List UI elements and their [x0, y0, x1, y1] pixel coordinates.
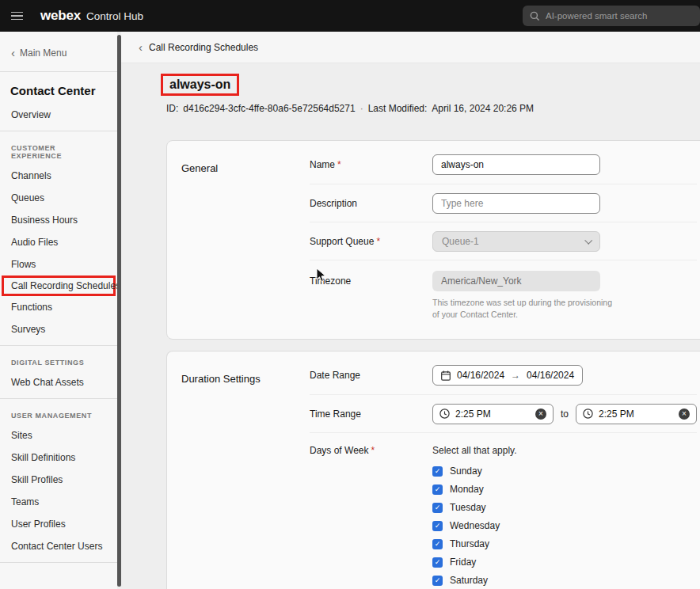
- checkbox-checked-icon[interactable]: ✓: [432, 503, 443, 513]
- sidebar-item-functions[interactable]: Functions: [0, 296, 117, 318]
- product-name: Control Hub: [86, 10, 143, 22]
- breadcrumb-label: Call Recording Schedules: [149, 42, 258, 53]
- checkbox-checked-icon[interactable]: ✓: [432, 484, 443, 495]
- arrow-right-icon: →: [511, 370, 520, 381]
- time-end-value: 2:25 PM: [599, 408, 634, 420]
- last-modified-label: Last Modified:: [368, 103, 428, 114]
- sidebar-item-web-chat-assets[interactable]: Web Chat Assets: [0, 371, 117, 393]
- support-queue-value: Queue-1: [442, 236, 479, 247]
- page-title: always-on: [169, 78, 230, 91]
- timezone-help-text: This timezone was set up during the prov…: [432, 297, 616, 320]
- chevron-left-icon: ‹: [139, 44, 143, 51]
- app-window: webex Control Hub ‹ Main Menu Contact Ce…: [0, 0, 700, 589]
- description-input[interactable]: [432, 193, 600, 214]
- sidebar-item-user-profiles[interactable]: User Profiles: [0, 513, 117, 535]
- clear-time-start-button[interactable]: ×: [535, 408, 546, 420]
- section-label-customer-experience: CUSTOMER EXPERIENCE: [0, 131, 117, 165]
- clock-icon: [439, 408, 450, 419]
- day-label: Tuesday: [450, 502, 486, 513]
- days-of-week-label: Days of Week*: [310, 443, 432, 456]
- main-menu-label: Main Menu: [20, 48, 67, 59]
- id-value: d416c294-3cfc-4ffe-80a6-5e72564d5271: [183, 103, 355, 114]
- checkbox-checked-icon[interactable]: ✓: [432, 539, 443, 549]
- time-end-picker[interactable]: 2:25 PM ×: [576, 404, 697, 424]
- sidebar-item-surveys[interactable]: Surveys: [0, 318, 117, 340]
- day-label: Friday: [450, 557, 476, 568]
- date-start-value: 04/16/2024: [457, 370, 504, 381]
- search-icon: [530, 11, 540, 21]
- required-marker: *: [376, 236, 380, 247]
- date-end-value: 04/16/2024: [527, 370, 574, 381]
- day-label: Sunday: [450, 466, 482, 477]
- general-card: General Name* Description Support Queue*: [166, 140, 700, 340]
- time-start-value: 2:25 PM: [455, 408, 491, 420]
- duration-section-title: Duration Settings: [181, 356, 310, 385]
- chevron-down-icon: [584, 237, 592, 245]
- sidebar-item-skill-profiles[interactable]: Skill Profiles: [0, 469, 117, 491]
- checkbox-checked-icon[interactable]: ✓: [432, 576, 443, 586]
- name-input[interactable]: [432, 154, 600, 175]
- section-label-digital-settings: DIGITAL SETTINGS: [0, 346, 117, 371]
- sidebar-scrollbar[interactable]: [117, 35, 121, 587]
- chevron-left-icon: ‹: [11, 49, 15, 57]
- sidebar-item-teams[interactable]: Teams: [0, 491, 117, 513]
- search-input[interactable]: [546, 11, 693, 21]
- clock-icon: [583, 408, 593, 419]
- sidebar: ‹ Main Menu Contact Center Overview CUST…: [0, 32, 117, 589]
- last-modified-value: April 16, 2024 20:26 PM: [432, 103, 534, 114]
- general-section-title: General: [181, 146, 310, 174]
- sidebar-item-audio-files[interactable]: Audio Files: [0, 231, 117, 253]
- day-checkbox-sunday[interactable]: ✓ Sunday: [432, 466, 517, 477]
- required-marker: *: [371, 445, 375, 456]
- title-annotation-box: always-on: [161, 74, 239, 96]
- support-queue-select[interactable]: Queue-1: [432, 231, 600, 252]
- checkbox-checked-icon[interactable]: ✓: [432, 557, 443, 568]
- day-checkbox-thursday[interactable]: ✓ Thursday: [432, 538, 517, 549]
- sidebar-item-sites[interactable]: Sites: [0, 424, 117, 446]
- time-range-label: Time Range: [310, 408, 432, 420]
- page-meta: ID: d416c294-3cfc-4ffe-80a6-5e72564d5271…: [166, 103, 700, 114]
- id-label: ID:: [166, 103, 178, 114]
- day-label: Monday: [450, 484, 484, 495]
- required-marker: *: [337, 159, 341, 170]
- day-label: Thursday: [450, 538, 489, 549]
- name-row: Name*: [310, 146, 697, 184]
- name-label: Name*: [310, 159, 432, 170]
- timezone-value: America/New_York: [441, 276, 522, 287]
- day-checkbox-monday[interactable]: ✓ Monday: [432, 484, 517, 495]
- time-join-label: to: [561, 408, 569, 420]
- global-search[interactable]: [523, 6, 700, 26]
- day-checkbox-wednesday[interactable]: ✓ Wednesday: [432, 520, 517, 531]
- day-label: Wednesday: [450, 520, 500, 531]
- sidebar-item-queues[interactable]: Queues: [0, 187, 117, 209]
- day-checkbox-tuesday[interactable]: ✓ Tuesday: [432, 502, 517, 513]
- date-range-picker[interactable]: 04/16/2024 → 04/16/2024: [432, 365, 583, 386]
- sidebar-item-channels[interactable]: Channels: [0, 165, 117, 187]
- sidebar-title: Contact Center: [0, 72, 117, 104]
- sidebar-item-business-hours[interactable]: Business Hours: [0, 209, 117, 231]
- sidebar-item-call-recording-schedules[interactable]: Call Recording Schedules: [2, 276, 116, 296]
- checkbox-checked-icon[interactable]: ✓: [432, 466, 443, 477]
- day-checkbox-saturday[interactable]: ✓ Saturday: [432, 575, 517, 586]
- checkbox-checked-icon[interactable]: ✓: [432, 521, 443, 531]
- support-queue-row: Support Queue* Queue-1: [310, 222, 697, 260]
- clear-time-end-button[interactable]: ×: [679, 408, 690, 420]
- days-of-week-row: Days of Week* Select all that apply. ✓ S…: [310, 432, 697, 589]
- main-menu-back-button[interactable]: ‹ Main Menu: [0, 36, 117, 71]
- divider: [0, 562, 117, 563]
- time-start-picker[interactable]: 2:25 PM ×: [432, 404, 554, 424]
- hamburger-menu-icon[interactable]: [11, 12, 23, 21]
- sidebar-item-flows[interactable]: Flows: [0, 253, 117, 276]
- timezone-label: Timezone: [310, 271, 432, 287]
- sidebar-item-skill-definitions[interactable]: Skill Definitions: [0, 446, 117, 469]
- breadcrumb[interactable]: ‹ Call Recording Schedules: [121, 32, 700, 63]
- sidebar-item-overview[interactable]: Overview: [0, 104, 117, 126]
- description-row: Description: [310, 184, 697, 222]
- sidebar-item-contact-center-users[interactable]: Contact Center Users: [0, 535, 117, 557]
- time-range-row: Time Range 2:25 PM × to 2:: [310, 394, 697, 432]
- day-checkbox-friday[interactable]: ✓ Friday: [432, 557, 517, 568]
- main-area: ‹ Call Recording Schedules always-on ID:…: [121, 32, 700, 589]
- timezone-field: America/New_York: [432, 271, 600, 291]
- meta-separator: ·: [360, 103, 363, 114]
- timezone-row: Timezone America/New_York This timezone …: [310, 260, 697, 331]
